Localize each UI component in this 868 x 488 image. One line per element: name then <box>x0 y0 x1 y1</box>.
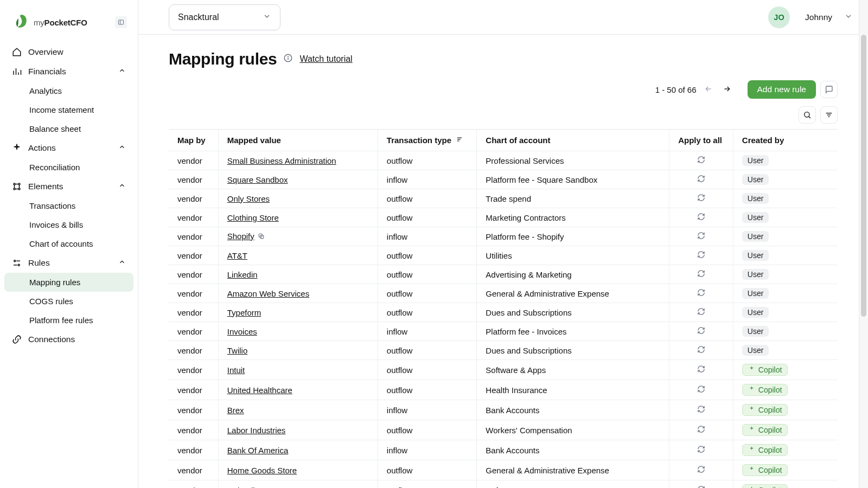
sidebar-sub-item[interactable]: Mapping rules <box>4 273 133 292</box>
mapped-value-link[interactable]: Intuit <box>227 365 245 375</box>
nav-actions[interactable]: Actions <box>4 138 133 158</box>
cell-mapped-value: Calendly <box>218 480 378 489</box>
mapped-value-link[interactable]: Only Stores <box>227 194 270 203</box>
table-row[interactable]: vendorBrexinflowBank AccountsCopilot <box>169 400 838 420</box>
refresh-icon[interactable] <box>697 156 705 165</box>
refresh-icon[interactable] <box>697 213 705 222</box>
sidebar-sub-item[interactable]: Platform fee rules <box>4 311 133 330</box>
th-transaction-type[interactable]: Transaction type <box>378 130 477 151</box>
search-button[interactable] <box>799 106 816 124</box>
refresh-icon[interactable] <box>697 327 705 336</box>
table-row[interactable]: vendorLinkedinoutflowAdvertising & Marke… <box>169 265 838 284</box>
th-apply-to-all[interactable]: Apply to all <box>669 130 733 151</box>
table-row[interactable]: vendorIntuitoutflowSoftware & AppsCopilo… <box>169 360 838 380</box>
refresh-icon[interactable] <box>697 175 705 184</box>
refresh-icon[interactable] <box>697 406 705 415</box>
table-row[interactable]: vendorBank Of AmericainflowBank Accounts… <box>169 440 838 460</box>
pager-next[interactable] <box>720 82 733 97</box>
table-row[interactable]: vendorShopifyinflowPlatform fee - Shopif… <box>169 227 838 246</box>
refresh-icon[interactable] <box>697 466 705 475</box>
table-row[interactable]: vendorCalendlyoutflowSoftware & AppsCopi… <box>169 480 838 489</box>
user-avatar[interactable]: JO <box>768 7 790 28</box>
nav-financials[interactable]: Financials <box>4 62 133 81</box>
table-row[interactable]: vendorClothing StoreoutflowMarketing Con… <box>169 208 838 227</box>
refresh-icon[interactable] <box>697 308 705 317</box>
refresh-icon[interactable] <box>697 486 705 488</box>
mapped-value-link[interactable]: Amazon Web Services <box>227 289 309 298</box>
mapped-value-link[interactable]: Labor Industries <box>227 426 286 435</box>
cell-apply-to-all <box>669 341 733 360</box>
creator-badge-user: User <box>742 155 769 166</box>
mapped-value-link[interactable]: Square Sandbox <box>227 175 288 184</box>
mapped-value-link[interactable]: Typeform <box>227 308 261 317</box>
mapped-value-link[interactable]: Bank Of America <box>227 446 289 455</box>
th-created-by[interactable]: Created by <box>733 130 838 151</box>
table-row[interactable]: vendorAT&ToutflowUtilitiesUser <box>169 246 838 265</box>
mapped-value-link[interactable]: AT&T <box>227 251 247 260</box>
table-row[interactable]: vendorSmall Business Administrationoutfl… <box>169 151 838 170</box>
mapped-value-link[interactable]: Twilio <box>227 346 248 355</box>
refresh-icon[interactable] <box>697 270 705 279</box>
pager-prev[interactable] <box>702 82 715 97</box>
comment-button[interactable] <box>820 81 838 98</box>
mapped-value-link[interactable]: Shopify <box>227 232 254 241</box>
watch-tutorial-link[interactable]: Watch tutorial <box>299 54 352 64</box>
sidebar-sub-item[interactable]: Balance sheet <box>4 119 133 138</box>
filter-button[interactable] <box>820 106 838 124</box>
nav-elements[interactable]: Elements <box>4 177 133 196</box>
sidebar-collapse-button[interactable] <box>115 16 127 28</box>
refresh-icon[interactable] <box>697 194 705 203</box>
cell-created-by: User <box>733 265 838 284</box>
refresh-icon[interactable] <box>697 289 705 298</box>
info-icon[interactable] <box>283 53 293 65</box>
sidebar-sub-item[interactable]: Reconciliation <box>4 158 133 177</box>
th-chart-of-account[interactable]: Chart of account <box>477 130 669 151</box>
table-row[interactable]: vendorInvoicesinflowPlatform fee - Invoi… <box>169 322 838 341</box>
table-row[interactable]: vendorLabor IndustriesoutflowWorkers' Co… <box>169 420 838 440</box>
mapped-value-link[interactable]: Small Business Administration <box>227 156 336 165</box>
th-mapped-value[interactable]: Mapped value <box>218 130 378 151</box>
sidebar-sub-item[interactable]: Chart of accounts <box>4 234 133 253</box>
refresh-icon[interactable] <box>697 446 705 455</box>
copy-icon[interactable] <box>258 232 265 241</box>
cell-created-by: Copilot <box>733 360 838 380</box>
add-new-rule-button[interactable]: Add new rule <box>748 80 816 99</box>
table-row[interactable]: vendorHome Goods StoreoutflowGeneral & A… <box>169 460 838 480</box>
mapped-value-link[interactable]: Linkedin <box>227 270 258 279</box>
sidebar-sub-item[interactable]: Invoices & bills <box>4 215 133 234</box>
sparkle-icon <box>748 466 755 474</box>
refresh-icon[interactable] <box>697 346 705 355</box>
refresh-icon[interactable] <box>697 251 705 260</box>
mapped-value-link[interactable]: Calendly <box>227 486 259 489</box>
mapped-value-link[interactable]: United Healthcare <box>227 386 292 395</box>
table-row[interactable]: vendorUnited HealthcareoutflowHealth Ins… <box>169 380 838 400</box>
nav-overview[interactable]: Overview <box>4 42 133 62</box>
sidebar-sub-item[interactable]: COGS rules <box>4 292 133 311</box>
table-row[interactable]: vendorTwiliooutflowDues and Subscription… <box>169 341 838 360</box>
mapped-value-link[interactable]: Home Goods Store <box>227 466 297 475</box>
brand-logo[interactable]: myPocketCFO <box>12 12 87 33</box>
user-name: Johnny <box>805 12 832 22</box>
table-row[interactable]: vendorOnly StoresoutflowTrade spendUser <box>169 189 838 208</box>
nav-rules[interactable]: Rules <box>4 253 133 273</box>
sidebar-sub-item[interactable]: Transactions <box>4 196 133 215</box>
nav-connections[interactable]: Connections <box>4 330 133 349</box>
sidebar-sub-item[interactable]: Analytics <box>4 81 133 100</box>
cell-created-by: User <box>733 341 838 360</box>
mapped-value-link[interactable]: Invoices <box>227 327 257 336</box>
table-row[interactable]: vendorAmazon Web ServicesoutflowGeneral … <box>169 284 838 303</box>
table-row[interactable]: vendorTypeformoutflowDues and Subscripti… <box>169 303 838 322</box>
sidebar-sub-item[interactable]: Income statement <box>4 100 133 119</box>
company-select[interactable]: Snacktural <box>169 4 280 30</box>
th-map-by[interactable]: Map by <box>169 130 218 151</box>
mapped-value-link[interactable]: Brex <box>227 406 244 415</box>
mapped-value-link[interactable]: Clothing Store <box>227 213 279 222</box>
refresh-icon[interactable] <box>697 426 705 435</box>
scrollbar-thumb[interactable] <box>861 35 866 317</box>
chevron-down-icon[interactable] <box>844 12 853 23</box>
table-row[interactable]: vendorSquare SandboxinflowPlatform fee -… <box>169 170 838 189</box>
refresh-icon[interactable] <box>697 365 705 375</box>
refresh-icon[interactable] <box>697 232 705 241</box>
refresh-icon[interactable] <box>697 386 705 395</box>
vertical-scrollbar[interactable] <box>859 0 868 488</box>
